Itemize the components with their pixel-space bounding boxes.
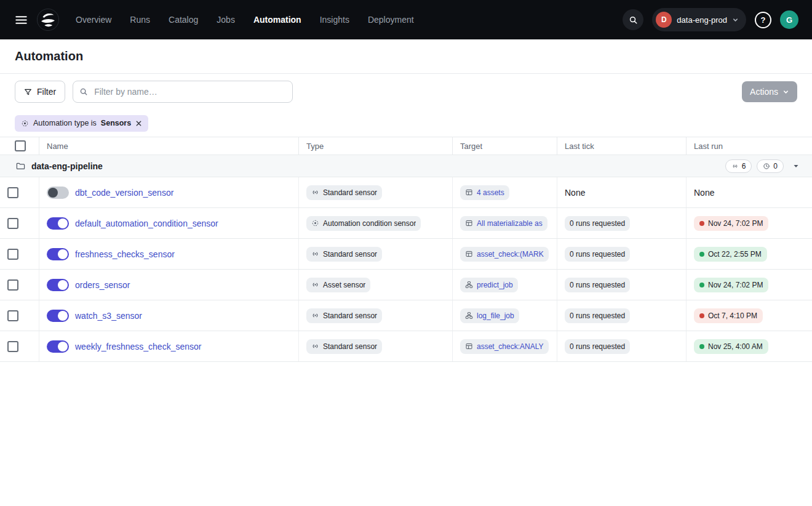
search-button[interactable] xyxy=(623,9,643,30)
status-dot xyxy=(699,283,704,287)
last-tick-chip: 0 runs requested xyxy=(565,247,630,262)
name-filter xyxy=(73,81,293,103)
clock-icon xyxy=(763,163,770,170)
active-filters-row: Automation type is Sensors xyxy=(0,110,812,137)
sensor-icon xyxy=(311,281,319,289)
last-run-link[interactable]: Nov 24, 7:02 PM xyxy=(694,278,768,292)
status-dot xyxy=(699,313,704,318)
filter-icon xyxy=(24,88,32,96)
last-run-link[interactable]: Oct 22, 2:55 PM xyxy=(694,247,767,262)
status-dot xyxy=(699,252,704,257)
last-run-link[interactable]: Oct 7, 4:10 PM xyxy=(694,308,763,323)
table-header-row: Name Type Target Last tick Last run xyxy=(0,137,812,155)
target-link[interactable]: 4 assets xyxy=(460,185,509,200)
sensor-name-link[interactable]: orders_sensor xyxy=(75,280,130,290)
target-link[interactable]: asset_check:(MARK xyxy=(460,247,549,262)
table-row: weekly_freshness_check_sensor Standard s… xyxy=(0,331,812,362)
collapse-group-button[interactable] xyxy=(789,160,803,172)
sensors-table: Name Type Target Last tick Last run data… xyxy=(0,137,812,362)
toolbar: Filter Actions xyxy=(0,74,812,110)
primary-nav: Overview Runs Catalog Jobs Automation In… xyxy=(76,15,414,25)
last-tick-chip: 0 runs requested xyxy=(565,216,630,231)
deployment-name: data-eng-prod xyxy=(677,15,727,25)
nav-automation[interactable]: Automation xyxy=(253,15,301,25)
sensor-toggle[interactable] xyxy=(47,217,69,230)
last-tick-chip: 0 runs requested xyxy=(565,308,630,323)
sensor-name-link[interactable]: watch_s3_sensor xyxy=(75,311,142,321)
sensor-type-chip: Standard sensor xyxy=(306,308,382,323)
last-run-link[interactable]: Nov 25, 4:00 AM xyxy=(694,339,768,354)
top-navigation: Overview Runs Catalog Jobs Automation In… xyxy=(0,0,812,39)
repo-group-name: data-eng-pipeline xyxy=(31,161,103,171)
job-icon xyxy=(465,281,473,289)
target-link[interactable]: All materializable as xyxy=(460,216,547,231)
sensor-toggle[interactable] xyxy=(47,248,69,260)
sensor-toggle[interactable] xyxy=(47,187,69,199)
sensor-name-link[interactable]: dbt_code_version_sensor xyxy=(75,188,173,198)
nav-deployment[interactable]: Deployment xyxy=(368,15,414,25)
automation-condition-icon xyxy=(21,119,29,127)
filter-tag-sensors[interactable]: Automation type is Sensors xyxy=(15,115,148,132)
target-link[interactable]: log_file_job xyxy=(460,308,519,323)
row-checkbox[interactable] xyxy=(7,310,18,321)
repo-group-row: data-eng-pipeline 6 0 xyxy=(0,155,812,177)
chevron-down-icon xyxy=(732,17,739,23)
sensor-type-chip: Standard sensor xyxy=(306,185,382,200)
deployment-initial: D xyxy=(656,12,672,28)
job-icon xyxy=(465,311,473,319)
avatar[interactable]: G xyxy=(780,10,798,29)
nav-overview[interactable]: Overview xyxy=(76,15,111,25)
sensor-name-link[interactable]: freshness_checks_sensor xyxy=(75,249,175,259)
target-link[interactable]: asset_check:ANALY xyxy=(460,339,549,354)
row-checkbox[interactable] xyxy=(7,249,18,260)
nav-right-cluster: D data-eng-prod ? G xyxy=(623,8,798,31)
row-checkbox[interactable] xyxy=(7,187,18,198)
sensor-toggle[interactable] xyxy=(47,279,69,291)
filter-tag-prefix: Automation type is xyxy=(33,119,97,127)
sensor-name-link[interactable]: weekly_freshness_check_sensor xyxy=(75,342,201,351)
last-tick-chip: 0 runs requested xyxy=(565,339,630,354)
help-button[interactable]: ? xyxy=(755,12,771,28)
close-icon[interactable] xyxy=(135,120,142,127)
search-icon xyxy=(629,15,638,25)
row-checkbox[interactable] xyxy=(7,218,18,229)
sensor-toggle[interactable] xyxy=(47,310,69,322)
table-row: orders_sensor Asset sensor predict_job 0… xyxy=(0,270,812,300)
schedule-count-badge: 0 xyxy=(757,159,784,173)
actions-button[interactable]: Actions xyxy=(742,81,797,102)
nav-catalog[interactable]: Catalog xyxy=(169,15,198,25)
automation-condition-icon xyxy=(311,219,319,227)
sensor-toggle[interactable] xyxy=(47,340,69,353)
row-checkbox[interactable] xyxy=(7,279,18,291)
sensor-name-link[interactable]: default_automation_condition_sensor xyxy=(75,219,218,228)
status-dot xyxy=(699,221,704,226)
column-header-name: Name xyxy=(39,137,299,155)
asset-icon xyxy=(465,342,473,350)
sensor-icon xyxy=(731,163,739,170)
select-all-checkbox[interactable] xyxy=(15,140,26,151)
dagster-logo[interactable] xyxy=(36,8,60,31)
nav-insights[interactable]: Insights xyxy=(320,15,349,25)
deployment-switcher[interactable]: D data-eng-prod xyxy=(652,8,746,31)
sensor-icon xyxy=(311,250,319,258)
target-link[interactable]: predict_job xyxy=(460,278,518,292)
chevron-down-icon xyxy=(782,89,789,95)
page-title: Automation xyxy=(15,49,83,63)
table-row: default_automation_condition_sensor Auto… xyxy=(0,208,812,239)
table-row: freshness_checks_sensor Standard sensor … xyxy=(0,239,812,270)
row-checkbox[interactable] xyxy=(7,341,18,352)
filter-button[interactable]: Filter xyxy=(15,81,65,103)
filter-button-label: Filter xyxy=(37,87,56,97)
nav-jobs[interactable]: Jobs xyxy=(217,15,235,25)
table-row: dbt_code_version_sensor Standard sensor … xyxy=(0,177,812,208)
sensor-icon xyxy=(311,311,319,319)
help-icon: ? xyxy=(761,15,766,25)
search-input[interactable] xyxy=(73,81,293,103)
last-tick-chip: 0 runs requested xyxy=(565,278,630,292)
asset-icon xyxy=(465,250,473,258)
column-header-type: Type xyxy=(299,137,453,155)
nav-runs[interactable]: Runs xyxy=(130,15,150,25)
sensor-count-badge: 6 xyxy=(725,159,752,173)
last-run-link[interactable]: Nov 24, 7:02 PM xyxy=(694,216,768,231)
menu-icon[interactable] xyxy=(11,10,31,30)
